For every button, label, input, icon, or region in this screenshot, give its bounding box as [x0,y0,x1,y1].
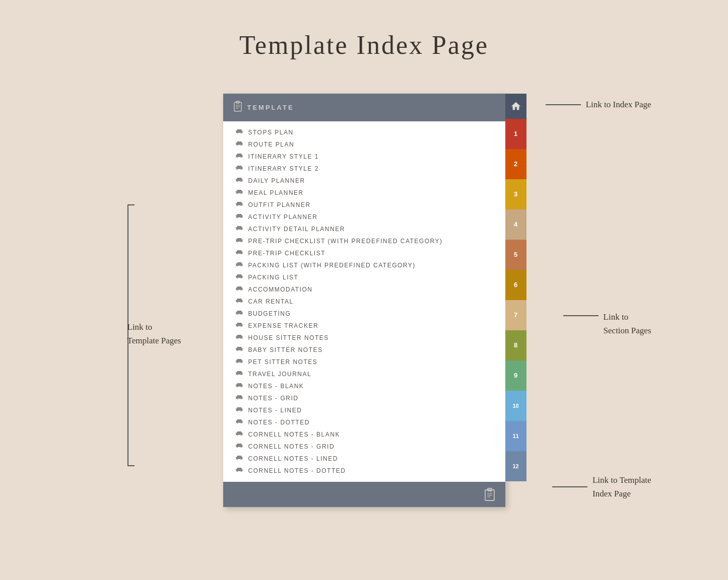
item-label: CORNELL NOTES - GRID [248,443,335,450]
car-icon [235,249,243,257]
svg-point-48 [240,386,241,387]
svg-point-19 [237,217,238,218]
list-item[interactable]: PACKING LIST (WITH PREDEFINED CATEGORY) [223,259,505,271]
tab-11[interactable]: 11 [505,421,526,451]
svg-point-28 [240,265,241,266]
svg-point-29 [237,277,238,278]
list-item[interactable]: BUDGETING [223,308,505,320]
svg-point-47 [237,386,238,387]
svg-point-27 [237,265,238,266]
item-label: TRAVEL JOURNAL [248,371,312,378]
annotation-home-label: Link to Index Page [586,100,651,110]
list-item[interactable]: NOTES - LINED [223,404,505,416]
svg-point-50 [240,398,241,399]
svg-point-51 [237,410,238,411]
svg-point-13 [237,181,238,182]
svg-point-55 [237,434,238,436]
list-item[interactable]: EXPENSE TRACKER [223,320,505,332]
svg-point-32 [240,289,241,291]
item-label: ACCOMMODATION [248,286,313,293]
list-item[interactable]: DAILY PLANNER [223,175,505,187]
item-label: OUTFIT PLANNER [248,201,311,208]
car-icon [235,273,243,281]
doc-footer [223,482,505,507]
svg-point-11 [237,169,238,170]
list-item[interactable]: CAR RENTAL [223,296,505,308]
car-icon [235,443,243,451]
svg-point-14 [240,181,241,182]
list-item[interactable]: ITINERARY STYLE 1 [223,151,505,163]
list-item[interactable]: ACCOMMODATION [223,283,505,296]
item-label: ITINERARY STYLE 1 [248,153,319,160]
item-label: NOTES - DOTTED [248,419,310,426]
tab-10[interactable]: 10 [505,391,526,421]
list-item[interactable]: PET SITTER NOTES [223,356,505,368]
list-item[interactable]: PRE-TRIP CHECKLIST [223,247,505,259]
svg-point-26 [240,253,241,254]
svg-point-22 [240,229,241,230]
list-item[interactable]: CORNELL NOTES - LINED [223,453,505,465]
svg-point-6 [240,132,241,133]
tab-5[interactable]: 5 [505,240,526,270]
car-icon [235,430,243,439]
list-item[interactable]: CORNELL NOTES - GRID [223,441,505,453]
svg-point-60 [240,459,241,460]
item-label: NOTES - LINED [248,407,302,414]
list-item[interactable]: CORNELL NOTES - BLANK [223,428,505,441]
svg-point-39 [237,338,238,339]
svg-point-18 [240,205,241,206]
svg-point-8 [240,144,241,146]
list-item[interactable]: TRAVEL JOURNAL [223,368,505,380]
svg-point-17 [237,205,238,206]
list-item[interactable]: NOTES - DOTTED [223,416,505,428]
list-item[interactable]: HOUSE SITTER NOTES [223,332,505,344]
list-item[interactable]: PACKING LIST [223,271,505,283]
tab-6[interactable]: 6 [505,270,526,300]
car-icon [235,394,243,402]
item-label: PRE-TRIP CHECKLIST (WITH PREDEFINED CATE… [248,238,443,245]
svg-point-35 [237,314,238,315]
annotation-line-section [563,315,599,316]
list-item[interactable]: MEAL PLANNER [223,187,505,199]
car-icon [235,189,243,197]
tab-1[interactable]: 1 [505,119,526,149]
annotation-section-label: Link toSection Pages [604,310,651,337]
tab-9[interactable]: 9 [505,360,526,391]
car-icon [235,213,243,221]
svg-point-46 [240,374,241,375]
home-tab[interactable] [505,94,526,119]
page-title: Template Index Page [239,30,489,60]
item-label: CORNELL NOTES - BLANK [248,431,340,438]
list-item[interactable]: STOPS PLAN [223,126,505,138]
car-icon [235,237,243,245]
svg-point-34 [240,302,241,303]
main-container: Link toTemplate Pages TEMPLATE STOPS PLA… [223,94,505,507]
tab-2[interactable]: 2 [505,149,526,179]
item-label: CORNELL NOTES - LINED [248,455,338,462]
list-item[interactable]: ACTIVITY DETAIL PLANNER [223,223,505,235]
list-item[interactable]: CORNELL NOTES - DOTTED [223,465,505,477]
car-icon [235,285,243,294]
tab-12[interactable]: 12 [505,451,526,481]
car-icon [235,406,243,414]
svg-point-30 [240,277,241,278]
list-item[interactable]: ITINERARY STYLE 2 [223,163,505,175]
list-item[interactable]: NOTES - BLANK [223,380,505,392]
car-icon [235,298,243,306]
tab-3[interactable]: 3 [505,179,526,209]
item-label: STOPS PLAN [248,129,294,136]
list-item[interactable]: NOTES - GRID [223,392,505,404]
list-item[interactable]: BABY SITTER NOTES [223,344,505,356]
list-item[interactable]: ROUTE PLAN [223,138,505,151]
item-label: DAILY PLANNER [248,177,305,184]
tab-7[interactable]: 7 [505,300,526,330]
list-item[interactable]: PRE-TRIP CHECKLIST (WITH PREDEFINED CATE… [223,235,505,247]
tab-8[interactable]: 8 [505,330,526,360]
item-label: CAR RENTAL [248,298,294,305]
car-icon [235,140,243,149]
list-item[interactable]: OUTFIT PLANNER [223,199,505,211]
list-item[interactable]: ACTIVITY PLANNER [223,211,505,223]
svg-point-57 [237,447,238,448]
tab-4[interactable]: 4 [505,209,526,240]
svg-point-42 [240,350,241,351]
